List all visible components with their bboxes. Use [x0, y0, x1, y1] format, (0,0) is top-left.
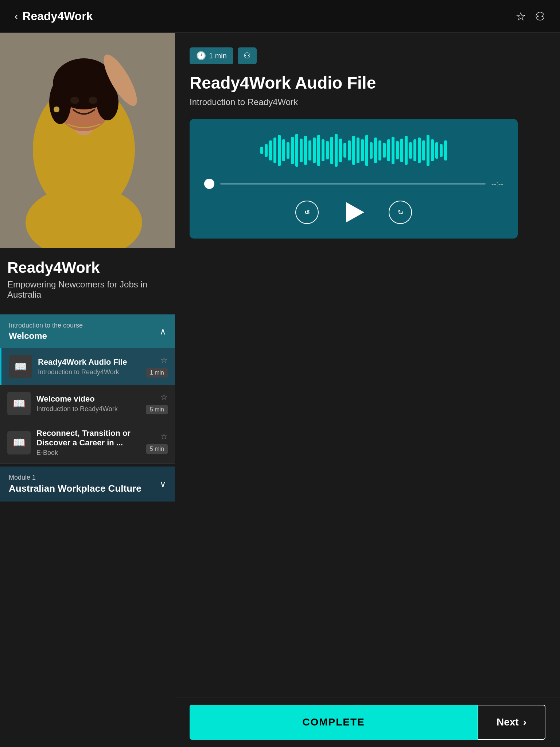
- wave-bar: [352, 136, 355, 165]
- rewind-button[interactable]: ↺ 15: [295, 201, 319, 224]
- wave-bar: [339, 139, 342, 162]
- lesson-info-2: Welcome video Introduction to Ready4Work: [36, 394, 140, 413]
- lesson-name-2: Welcome video: [36, 394, 140, 404]
- lesson-duration-2: 5 min: [146, 405, 168, 414]
- wave-bar: [383, 143, 386, 158]
- audio-waveform: [204, 132, 503, 169]
- svg-point-9: [70, 97, 79, 104]
- link-badge[interactable]: ⚇: [238, 47, 257, 64]
- wave-bar: [444, 140, 447, 160]
- wave-bar: [308, 140, 311, 160]
- wave-bar: [260, 147, 263, 154]
- lesson-info-1: Ready4Work Audio File Introduction to Re…: [38, 357, 140, 376]
- audio-controls: ↺ 15 ↻ 15: [204, 199, 503, 225]
- content-badges: 🕐 1 min ⚇: [190, 47, 545, 64]
- wave-bar: [335, 134, 338, 167]
- course-title: Ready4Work: [7, 259, 168, 276]
- wave-bar: [300, 139, 303, 162]
- wave-bar: [287, 142, 289, 159]
- progress-dot: [204, 179, 214, 189]
- audio-progress-bar[interactable]: [220, 183, 486, 185]
- next-button[interactable]: Next ›: [478, 705, 545, 740]
- wave-bar: [370, 142, 373, 159]
- wave-bar: [343, 143, 346, 158]
- next-label: Next: [497, 716, 519, 728]
- wave-bar: [282, 139, 285, 161]
- svg-point-6: [49, 80, 71, 124]
- complete-button[interactable]: COMPLETE: [190, 705, 478, 740]
- sidebar-section: Introduction to the course Welcome ∧ 📖 R…: [0, 314, 175, 502]
- wave-bar: [304, 136, 307, 165]
- play-triangle: [346, 202, 364, 222]
- lesson-info-3: Reconnect, Transition or Discover a Care…: [36, 429, 140, 457]
- lesson-sub-2: Introduction to Ready4Work: [36, 405, 140, 413]
- next-arrow-icon: ›: [523, 716, 526, 728]
- forward-label: 15: [398, 210, 403, 215]
- lesson-item-ebook[interactable]: 📖 Reconnect, Transition or Discover a Ca…: [0, 422, 175, 464]
- lesson-sub-3: E-Book: [36, 449, 140, 457]
- wave-bar: [365, 135, 368, 166]
- wave-bar: [396, 141, 399, 159]
- star-icon-2[interactable]: ☆: [160, 392, 168, 402]
- wave-bar: [291, 137, 294, 164]
- wave-bar: [295, 134, 298, 167]
- wave-bar: [313, 138, 316, 163]
- section-label: Introduction to the course: [9, 322, 83, 329]
- lesson-duration-1: 1 min: [146, 368, 168, 378]
- share-link-icon[interactable]: ⚇: [535, 9, 545, 23]
- module-title: Australian Workplace Culture: [9, 483, 141, 494]
- hero-image: [0, 33, 175, 248]
- module-header-1[interactable]: Module 1 Australian Workplace Culture ∨: [0, 467, 175, 502]
- lesson-meta-1: ☆ 1 min: [146, 356, 168, 378]
- lesson-icon-box-3: 📖: [7, 431, 31, 454]
- wave-bar: [431, 139, 434, 161]
- section-header-welcome[interactable]: Introduction to the course Welcome ∧: [0, 314, 175, 348]
- lesson-item-audio[interactable]: 📖 Ready4Work Audio File Introduction to …: [0, 348, 175, 385]
- chevron-up-icon: ∧: [160, 326, 166, 337]
- section-title: Welcome: [9, 331, 83, 341]
- content-subtitle: Introduction to Ready4Work: [190, 97, 545, 107]
- wave-bar: [413, 139, 416, 161]
- lesson-name-3: Reconnect, Transition or Discover a Care…: [36, 429, 140, 448]
- wave-bar: [326, 141, 329, 159]
- back-button[interactable]: ‹: [15, 11, 18, 22]
- progress-time: --:--: [491, 180, 503, 188]
- wave-bar: [317, 135, 320, 166]
- book-icon-3: 📖: [13, 437, 26, 449]
- clock-icon: 🕐: [196, 51, 206, 61]
- wave-bar: [387, 139, 390, 161]
- wave-bar: [357, 138, 359, 163]
- audio-progress-row[interactable]: --:--: [204, 179, 503, 189]
- wave-bar: [322, 139, 324, 161]
- wave-bar: [409, 142, 412, 159]
- wave-bar: [330, 137, 333, 164]
- star-icon-1[interactable]: ☆: [160, 356, 168, 365]
- badge-time-text: 1 min: [209, 52, 227, 60]
- forward-button[interactable]: ↻ 15: [389, 201, 412, 224]
- lesson-meta-3: ☆ 5 min: [146, 432, 168, 454]
- wave-bar: [427, 135, 429, 166]
- wave-bar: [392, 137, 394, 164]
- svg-point-11: [54, 107, 59, 112]
- lesson-duration-3: 5 min: [146, 444, 168, 454]
- wave-bar: [273, 138, 276, 163]
- play-button[interactable]: [341, 199, 367, 225]
- star-icon-3[interactable]: ☆: [160, 432, 168, 441]
- wave-bar: [278, 135, 281, 166]
- content-title: Ready4Work Audio File: [190, 73, 545, 93]
- svg-point-10: [89, 97, 97, 104]
- lesson-sub-1: Introduction to Ready4Work: [38, 368, 140, 376]
- module-header-text: Module 1 Australian Workplace Culture: [9, 474, 141, 494]
- wave-bar: [435, 142, 438, 159]
- lesson-icon-box-2: 📖: [7, 392, 31, 415]
- book-icon-2: 📖: [13, 398, 26, 410]
- right-panel: 🕐 1 min ⚇ Ready4Work Audio File Introduc…: [175, 33, 560, 545]
- wave-bar: [361, 139, 364, 161]
- wave-bar: [374, 138, 377, 163]
- wave-bar: [422, 140, 425, 160]
- course-title-section: Ready4Work Empowering Newcomers for Jobs…: [0, 248, 175, 307]
- course-subtitle: Empowering Newcomers for Jobs in Austral…: [7, 279, 168, 300]
- audio-player: --:-- ↺ 15 ↻ 15: [190, 119, 518, 239]
- lesson-item-video[interactable]: 📖 Welcome video Introduction to Ready4Wo…: [0, 385, 175, 422]
- bookmark-icon[interactable]: ☆: [516, 9, 526, 23]
